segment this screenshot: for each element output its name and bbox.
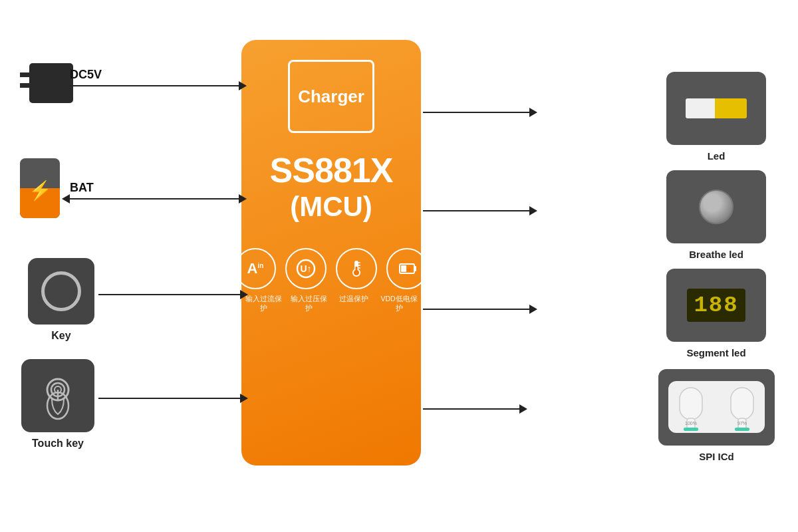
led-box: [666, 72, 766, 145]
protection-icons: Ain U↑: [235, 248, 428, 289]
diagram: Charger SS881X (MCU) Ain U↑: [0, 0, 798, 532]
lowvoltage-icon: [386, 248, 428, 289]
touch-button[interactable]: [21, 359, 94, 432]
segment-box: 188: [666, 269, 766, 342]
mcu-title: SS881X: [270, 152, 393, 190]
led-component: Led: [666, 72, 766, 162]
spi-label: SPI ICd: [699, 451, 734, 462]
segment-display: 188: [687, 289, 745, 322]
svg-rect-23: [684, 428, 698, 431]
battery: ⚡: [20, 158, 60, 218]
led-label: Led: [708, 150, 726, 162]
spi-arrow: [423, 404, 527, 414]
dc5v-arrow: [70, 81, 247, 90]
breathe-box: [666, 170, 766, 243]
led-arrow: [423, 108, 537, 117]
key-label: Key: [51, 330, 70, 342]
segment-label: Segment led: [686, 347, 745, 358]
charger-box: Charger: [288, 60, 374, 133]
breathe-led-component: Breathe led: [666, 170, 766, 260]
prot-label-4: VDD低电保护: [378, 295, 420, 313]
breathe-circle: [699, 190, 733, 224]
prot-label-3: 过温保护: [333, 295, 374, 304]
overcurrent-icon: Ain: [235, 248, 276, 289]
breathe-label: Breathe led: [689, 249, 743, 260]
key-block: Key: [28, 258, 94, 342]
overvoltage-icon: U↑: [285, 248, 327, 289]
prot-label-2: 输入过压保护: [288, 295, 329, 313]
led-visual: [686, 98, 747, 118]
prot-label-1: 输入过流保护: [243, 295, 284, 313]
touch-arrow: [98, 394, 248, 403]
svg-text:97%: 97%: [737, 421, 747, 426]
touch-block: Touch key: [21, 359, 94, 450]
earbuds-svg: 100% 97%: [665, 376, 768, 439]
touch-icon: [33, 371, 82, 420]
segment-led-component: 188 Segment led: [666, 269, 766, 358]
svg-rect-21: [731, 388, 753, 420]
segment-arrow: [423, 305, 537, 314]
bat-arrow: [62, 194, 247, 203]
power-adapter: [20, 63, 73, 103]
breathe-arrow: [423, 206, 537, 215]
svg-rect-10: [414, 266, 416, 271]
svg-point-5: [354, 270, 359, 275]
spi-box: 100% 97%: [658, 369, 775, 446]
svg-text:100%: 100%: [685, 421, 697, 426]
key-button[interactable]: [28, 258, 94, 325]
svg-rect-19: [680, 388, 702, 420]
overtemp-icon: [336, 248, 377, 289]
key-arrow: [98, 290, 248, 299]
svg-text:U↑: U↑: [300, 263, 311, 274]
svg-rect-24: [735, 428, 749, 431]
mcu-subtitle: (MCU): [290, 191, 372, 223]
touch-label: Touch key: [32, 438, 84, 450]
charger-label: Charger: [298, 86, 364, 107]
protection-labels: 输入过流保护 输入过压保护 过温保护 VDD低电保护: [243, 295, 420, 313]
bat-label: BAT: [70, 181, 94, 195]
spi-icd-component: 100% 97% SPI ICd: [658, 369, 775, 462]
mcu-block: Charger SS881X (MCU) Ain U↑: [241, 40, 421, 466]
svg-rect-11: [401, 265, 406, 272]
dc5v-label: DC5V: [70, 68, 102, 82]
